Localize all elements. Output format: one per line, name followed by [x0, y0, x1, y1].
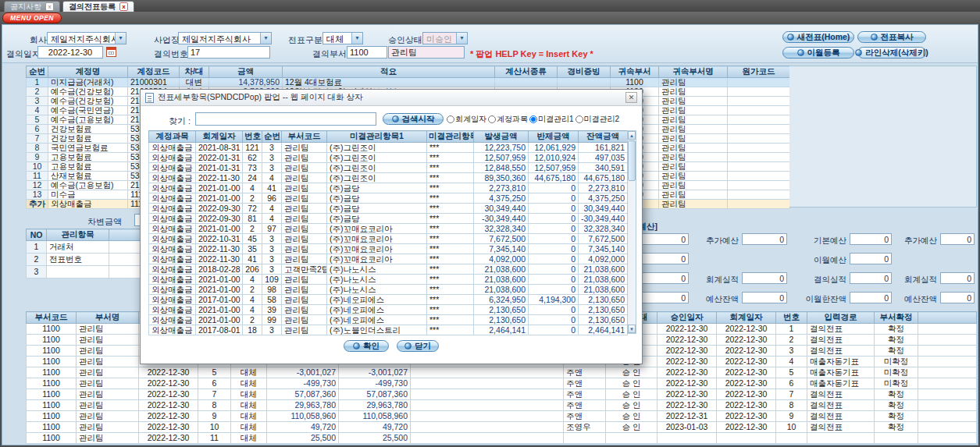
table-cell[interactable]: 3 — [776, 346, 807, 357]
table-cell[interactable]: 12,010,924 — [529, 153, 579, 163]
table-cell[interactable]: 고용보험료 — [48, 153, 128, 162]
table-cell[interactable]: 0 — [529, 254, 579, 264]
table-cell[interactable]: 미확정 — [875, 357, 918, 367]
table-cell[interactable] — [918, 346, 977, 357]
table-cell[interactable]: 7 — [198, 389, 231, 400]
table-cell[interactable]: (주)나노시스 — [327, 264, 427, 275]
table-cell[interactable]: 21000301 — [128, 78, 180, 87]
table-cell[interactable] — [728, 134, 790, 144]
table-row[interactable]: 외상매출금2022-10-31453관리팀(주)꼬매요코리아***7,672,5… — [149, 234, 628, 244]
table-cell[interactable]: (주)노블인더스트리 — [327, 325, 427, 335]
table-cell[interactable]: 2018-02-28 — [196, 264, 243, 275]
table-cell[interactable]: 외상매출금 — [149, 143, 196, 153]
table-cell[interactable]: 관리팀 — [282, 193, 327, 204]
table-cell[interactable]: 2,130,650 — [474, 315, 529, 325]
table-cell[interactable]: 2022-12-30 — [139, 400, 198, 411]
table-cell[interactable]: 외상매출금 — [149, 163, 196, 173]
table-cell[interactable]: 1100 — [27, 433, 77, 444]
table-cell[interactable]: 12,507,959 — [474, 153, 529, 163]
budget-value[interactable] — [642, 292, 689, 303]
table-cell[interactable]: 관리팀 — [282, 143, 327, 153]
budget-value[interactable] — [742, 272, 787, 284]
table-cell[interactable]: 21,038,600 — [579, 275, 628, 285]
table-cell[interactable]: 외상매출금 — [149, 183, 196, 193]
table-cell[interactable]: 5 — [198, 367, 231, 378]
table-cell[interactable]: 110,058,960 — [339, 411, 411, 422]
table-cell[interactable]: 0 — [529, 315, 579, 325]
table-cell[interactable]: 대체 — [231, 411, 267, 422]
table-cell[interactable] — [728, 153, 790, 162]
table-cell[interactable]: 2022-12-30 — [657, 357, 717, 367]
table-cell[interactable]: 외상매출금 — [149, 305, 196, 315]
table-cell[interactable] — [807, 433, 875, 444]
table-cell[interactable]: 미수금 — [48, 190, 128, 200]
table-cell[interactable]: 14,378,950 — [209, 78, 283, 87]
table-cell[interactable]: 2,130,650 — [579, 315, 628, 325]
table-cell[interactable]: 관리팀 — [77, 324, 139, 335]
table-cell[interactable]: 99 — [262, 315, 282, 325]
table-cell[interactable]: 44,675,180 — [529, 173, 579, 183]
budget-value[interactable] — [940, 233, 975, 245]
table-cell[interactable]: 11 — [27, 172, 48, 181]
table-cell[interactable]: 2 — [243, 224, 262, 234]
table-cell[interactable]: 25,500 — [267, 433, 339, 444]
table-cell[interactable] — [728, 106, 790, 115]
table-cell[interactable]: 2022-11-30 — [196, 173, 243, 183]
table-row[interactable]: 1100관리팀2022-12-309대체110,058,960110,058,9… — [27, 411, 977, 422]
table-cell[interactable]: 2022-12-31 — [657, 411, 717, 422]
tab-voucher-register[interactable]: 결의전표등록 x — [62, 1, 134, 12]
table-cell[interactable]: 추가 — [27, 200, 48, 209]
table-cell[interactable]: 4 — [243, 305, 262, 315]
table-cell[interactable]: 외상매출금 — [48, 200, 128, 209]
date-input[interactable] — [37, 46, 103, 59]
table-cell[interactable]: 340,591 — [579, 163, 628, 173]
table-cell[interactable]: 3 — [262, 244, 282, 254]
table-cell[interactable]: 0 — [529, 204, 579, 214]
table-cell[interactable] — [728, 181, 790, 190]
table-cell[interactable]: *** — [427, 153, 474, 163]
table-cell[interactable]: 결의전표 — [807, 324, 875, 335]
table-cell[interactable]: 29,963,780 — [267, 400, 339, 411]
table-cell[interactable]: 2021-01-00 — [196, 183, 243, 193]
table-cell[interactable]: 관리팀 — [659, 87, 728, 97]
scrollbar-thumb[interactable] — [628, 140, 636, 181]
table-cell[interactable]: 2022-12-30 — [717, 411, 776, 422]
table-cell[interactable]: 41 — [262, 183, 282, 193]
table-cell[interactable]: 결의전표 — [807, 422, 875, 433]
table-row[interactable]: 외상매출금2021-01-00297관리팀(주)꼬매요코리아***32,328,… — [149, 224, 628, 234]
table-cell[interactable]: 12,507,959 — [529, 163, 579, 173]
table-cell[interactable]: 21,038,600 — [474, 275, 529, 285]
table-cell[interactable]: 관리팀 — [77, 422, 139, 433]
table-cell[interactable]: 관리팀 — [659, 134, 728, 144]
budget-value[interactable] — [940, 272, 975, 284]
table-cell[interactable]: 관리팀 — [659, 78, 728, 87]
table-cell[interactable]: 161,821 — [579, 143, 628, 153]
table-cell[interactable]: 35 — [243, 244, 262, 254]
table-cell[interactable]: *** — [427, 244, 474, 254]
table-cell[interactable]: 2022-12-30 — [657, 335, 717, 346]
table-cell[interactable]: 건강보험료 — [48, 134, 128, 144]
table-cell[interactable]: 4,375,250 — [474, 193, 529, 204]
table-cell[interactable]: 109 — [262, 275, 282, 285]
table-row[interactable]: 외상매출금2017-08-01183관리팀(주)노블인더스트리***2,464,… — [149, 325, 628, 335]
table-cell[interactable]: 0 — [529, 193, 579, 204]
table-cell[interactable]: 확정 — [875, 422, 918, 433]
table-cell[interactable]: 미확정 — [875, 378, 918, 389]
table-cell[interactable]: 외상매출금 — [149, 295, 196, 305]
table-cell[interactable]: 2 — [243, 193, 262, 204]
table-cell[interactable] — [657, 433, 717, 444]
table-cell[interactable]: 97 — [262, 224, 282, 234]
table-cell[interactable]: 4 — [262, 173, 282, 183]
table-cell[interactable]: 2022-12-30 — [717, 324, 776, 335]
table-cell[interactable]: 24 — [243, 173, 262, 183]
table-cell[interactable]: 관리팀 — [77, 367, 139, 378]
table-cell[interactable]: 0 — [529, 264, 579, 275]
table-cell[interactable] — [728, 172, 790, 181]
table-cell[interactable]: 예수금(국민연금) — [48, 106, 128, 115]
table-cell[interactable] — [411, 422, 564, 433]
table-cell[interactable]: 확정 — [875, 335, 918, 346]
table-cell[interactable]: 관리팀 — [659, 97, 728, 106]
tab-close-icon[interactable]: x — [45, 2, 54, 11]
table-cell[interactable]: (주)그린조이 — [327, 173, 427, 183]
table-cell[interactable]: 2022-12-30 — [657, 367, 717, 378]
